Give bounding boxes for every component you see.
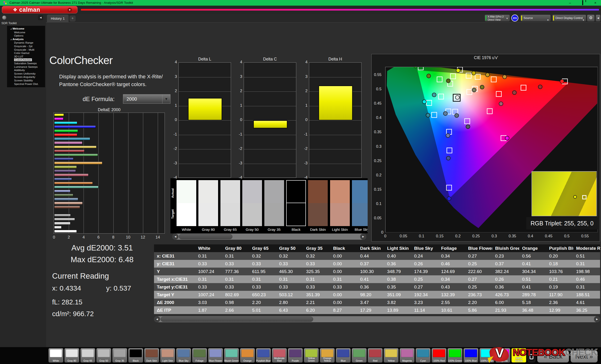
patch-button-dark-skin[interactable]: Dark Skin: [144, 348, 159, 363]
patch-button-100-blue[interactable]: 100% Blue: [463, 348, 479, 363]
swatch-strip-scrollbar[interactable]: ◀ ▶: [172, 234, 366, 240]
target-marker: [491, 77, 496, 82]
scroll-right-icon[interactable]: ▶: [360, 234, 366, 240]
patch-button-gray-80[interactable]: Gray 80: [64, 348, 79, 363]
table-cell: 802.69: [222, 291, 249, 298]
de-bar-gray-65: [54, 222, 70, 225]
sidebar-item-colorchecker[interactable]: ColorChecker: [7, 58, 45, 62]
patch-button-label: Yellow: [384, 360, 398, 362]
tree-expand-icon[interactable]: ◢: [10, 38, 11, 40]
patch-button-label: Bluish Green: [224, 360, 239, 362]
sidebar-item-3d-lut[interactable]: 3D LUT: [7, 55, 45, 58]
minimize-icon[interactable]: –: [568, 0, 572, 6]
sidebar-item-grayscale-multi[interactable]: Grayscale - Multi: [7, 48, 45, 52]
sidebar-item-welcome[interactable]: ◢Welcome: [7, 27, 45, 31]
measured-marker: [538, 85, 542, 89]
de-formula-select[interactable]: 2000 ▼: [123, 94, 170, 104]
patch-button-blue-flower[interactable]: Blue Flower: [208, 348, 223, 363]
close-icon[interactable]: ×: [593, 0, 598, 6]
patch-button-foliage[interactable]: Foliage: [192, 348, 207, 363]
patch-button-bluish-green[interactable]: Bluish Green: [224, 348, 239, 363]
scroll-right-icon[interactable]: ▶: [594, 316, 600, 322]
patch-button-cyan[interactable]: Cyan: [416, 348, 431, 363]
patch-button-green[interactable]: Green: [352, 348, 367, 363]
y-tick-label: -3: [299, 161, 308, 166]
patch-button-gray-35[interactable]: Gray 35: [112, 348, 127, 363]
table-cell: 5.86: [465, 306, 492, 314]
patch-button-magenta[interactable]: Magenta: [400, 348, 415, 363]
delta-h-title: Delta H: [309, 57, 361, 62]
patch-button-moderate-red[interactable]: Moderate Red: [272, 348, 287, 363]
x-tick-label: 2: [68, 235, 70, 240]
add-tab-button[interactable]: +: [70, 16, 76, 22]
restore-icon[interactable]: [580, 0, 585, 6]
sidebar-item-welcome[interactable]: Welcome: [7, 31, 45, 34]
de-bar-gray-80: [54, 226, 61, 229]
gear-icon[interactable]: ⚙: [587, 15, 595, 22]
patch-button-blue-sky[interactable]: Blue Sky: [176, 348, 191, 363]
calman-diamond-icon: ❖: [13, 7, 17, 13]
patch-button-light-skin[interactable]: Light Skin: [160, 348, 175, 363]
patch-button-purple[interactable]: Purple: [288, 348, 303, 363]
patch-button-gray-65[interactable]: Gray 65: [80, 348, 95, 363]
y-tick-label: 0.25: [373, 159, 381, 163]
meter-count-badge[interactable]: 231: [511, 15, 518, 22]
table-cell: 0.00: [330, 268, 357, 275]
patch-button-label: Purplish Blue: [256, 360, 271, 362]
scrollbar-thumb[interactable]: [160, 317, 313, 322]
sidebar-item-screen-stability[interactable]: Screen Stability: [7, 79, 45, 82]
sidebar-item-additivity[interactable]: Additivity: [7, 68, 45, 72]
sidebar-item-options[interactable]: Options: [7, 34, 45, 38]
table-cell: 0.56: [519, 252, 546, 260]
patch-button-orange[interactable]: Orange: [240, 348, 255, 363]
sidebar-item-dynamic-range[interactable]: Dynamic Range: [7, 41, 45, 45]
scroll-left-icon[interactable]: ◀: [154, 316, 160, 322]
delta-h-chart: [309, 62, 361, 178]
scroll-left-icon[interactable]: ◀: [172, 234, 179, 240]
table-cell: 0.40: [384, 252, 411, 260]
tree-expand-icon[interactable]: ◢: [10, 28, 11, 29]
patch-button-purplish-blue[interactable]: Purplish Blue: [256, 348, 271, 363]
scrollbar-thumb[interactable]: [179, 234, 232, 239]
patch-color-chip: [225, 349, 238, 357]
patch-button-gray-50[interactable]: Gray 50: [96, 348, 111, 363]
patch-button-orange-yellow[interactable]: Orange Yellow: [320, 348, 335, 363]
sidebar-item-spectral-power-dist[interactable]: Spectral Power Dist.: [7, 82, 45, 86]
patch-button-black[interactable]: Black: [128, 348, 143, 363]
table-cell: 0.25: [465, 260, 492, 268]
table-cell: 0.33: [222, 260, 249, 268]
tab-history-1[interactable]: History 1: [47, 15, 69, 22]
table-cell: 0.00: [330, 291, 357, 298]
meter-dropdown[interactable]: X-Rite i1Pro 2 Direct View ▼: [485, 15, 510, 22]
sidebar-item-screen-uniformity[interactable]: Screen Uniformity: [7, 72, 45, 76]
sidebar-item-color-gamut[interactable]: Color Gamut: [7, 51, 45, 55]
sidebar-item-grayscale-2pt[interactable]: Grayscale - 2pt: [7, 45, 45, 48]
target-swatch: [242, 203, 262, 226]
patch-button-white[interactable]: White: [48, 348, 63, 363]
sidebar-item-analysis[interactable]: ◢Analysis: [7, 38, 45, 41]
y-tick-label: -2: [299, 146, 308, 151]
measured-marker: [455, 96, 460, 99]
sidebar-item-saturation-sweeps[interactable]: Saturation Sweeps: [7, 62, 45, 65]
source-dropdown[interactable]: Source ▼: [520, 15, 551, 22]
display-control-dropdown[interactable]: Direct Display Control ▼: [552, 15, 586, 22]
patch-button-red[interactable]: Red: [368, 348, 383, 363]
patch-button-blue[interactable]: Blue: [336, 348, 351, 363]
patch-button-yellow[interactable]: Yellow: [384, 348, 399, 363]
sidebar-collapse-icon[interactable]: ◀: [38, 15, 43, 20]
x-tick-label: 0.4: [528, 234, 533, 238]
calman-menu-button[interactable]: ❖ calman ▼: [2, 6, 78, 13]
de-bar-orange: [54, 182, 93, 185]
sidebar-dot-button[interactable]: [2, 15, 7, 20]
sidebar-item-screen-angularity[interactable]: Screen Angularity: [7, 75, 45, 79]
measured-marker: [472, 88, 476, 92]
patch-button-label: Cyan: [416, 360, 430, 362]
table-scrollbar[interactable]: ◀ ▶: [154, 316, 600, 322]
sidebar-item-luminance-sweeps[interactable]: Luminance Sweeps: [7, 65, 45, 69]
patch-button-100-green[interactable]: 100% Green: [448, 348, 462, 363]
collapse-panel-icon[interactable]: ◀: [596, 15, 601, 22]
cie-1976-panel: CIE 1976 u'v' RGB Triplet: 255, 255, 0 0…: [371, 54, 600, 242]
patch-button-100-red[interactable]: 100% Red: [431, 348, 447, 363]
swatch-gray-65: Gray 65: [220, 180, 240, 232]
patch-button-yellow-green[interactable]: Yellow Green: [304, 348, 319, 363]
